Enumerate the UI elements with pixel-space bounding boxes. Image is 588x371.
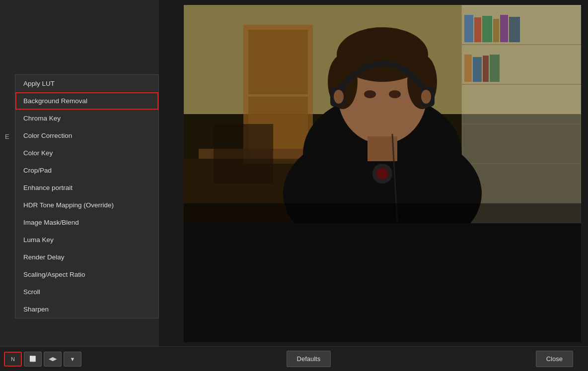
svg-point-32 xyxy=(364,90,376,98)
svg-rect-13 xyxy=(482,16,492,42)
dropdown-item-scroll[interactable]: Scroll xyxy=(15,283,158,301)
defaults-button[interactable]: Defaults xyxy=(287,351,331,367)
svg-rect-19 xyxy=(483,56,489,82)
svg-rect-23 xyxy=(214,124,273,184)
svg-rect-3 xyxy=(248,30,308,94)
dropdown-item-luma-key[interactable]: Luma Key xyxy=(15,231,158,248)
dropdown-item-hdr-tone-mapping[interactable]: HDR Tone Mapping (Override) xyxy=(15,196,158,214)
bottom-left-controls: N ⬜ ◀▶ ▼ xyxy=(0,352,81,367)
dropdown-item-background-removal[interactable]: Background Removal xyxy=(15,92,158,110)
dropdown-item-color-correction[interactable]: Color Correction xyxy=(15,127,158,144)
svg-rect-18 xyxy=(473,57,482,82)
dropdown-item-chroma-key[interactable]: Chroma Key xyxy=(15,110,158,127)
video-preview xyxy=(184,5,581,223)
svg-rect-17 xyxy=(464,55,472,82)
svg-rect-14 xyxy=(493,19,499,42)
dropdown-item-sharpen[interactable]: Sharpen xyxy=(15,301,158,318)
bottom-toolbar: N ⬜ ◀▶ ▼ Defaults Close xyxy=(0,346,588,371)
svg-rect-16 xyxy=(509,17,520,42)
dropdown-item-render-delay[interactable]: Render Delay xyxy=(15,248,158,266)
svg-rect-11 xyxy=(464,15,473,42)
filter-dropdown-menu: Apply LUTBackground RemovalChroma KeyCol… xyxy=(15,74,159,318)
video-scene xyxy=(184,5,581,223)
left-panel-label: E xyxy=(5,133,9,140)
svg-rect-15 xyxy=(500,15,508,42)
dropdown-item-color-key[interactable]: Color Key xyxy=(15,144,158,162)
dropdown-item-apply-lut[interactable]: Apply LUT xyxy=(15,75,158,92)
svg-rect-40 xyxy=(184,203,581,223)
video-bottom-area xyxy=(184,223,581,342)
svg-point-35 xyxy=(421,90,431,104)
dropdown-item-crop-pad[interactable]: Crop/Pad xyxy=(15,162,158,179)
dropdown-item-enhance-portrait[interactable]: Enhance portrait xyxy=(15,179,158,196)
toolbar-btn-n[interactable]: N xyxy=(4,352,22,367)
toolbar-btn-square[interactable]: ⬜ xyxy=(24,352,42,367)
toolbar-btn-dropdown[interactable]: ▼ xyxy=(64,352,81,367)
svg-rect-20 xyxy=(490,55,500,82)
close-button[interactable]: Close xyxy=(536,351,573,367)
main-container: E Apply LUTBackground RemovalChroma KeyC… xyxy=(0,0,588,371)
svg-point-38 xyxy=(376,168,388,180)
bottom-right-controls: Close xyxy=(536,351,588,367)
svg-rect-12 xyxy=(474,17,481,42)
bottom-center-controls: Defaults xyxy=(287,351,331,367)
dropdown-item-image-mask-blend[interactable]: Image Mask/Blend xyxy=(15,214,158,231)
dropdown-item-scaling-aspect-ratio[interactable]: Scaling/Aspect Ratio xyxy=(15,266,158,283)
svg-point-34 xyxy=(334,90,344,104)
svg-point-33 xyxy=(389,90,401,98)
toolbar-btn-arrows[interactable]: ◀▶ xyxy=(44,352,62,367)
